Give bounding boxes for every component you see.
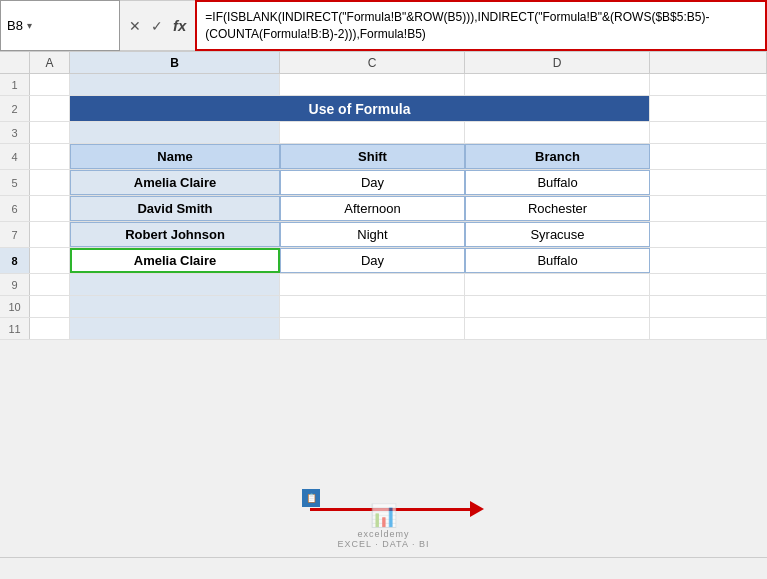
cell-b7-name[interactable]: Robert Johnson — [70, 222, 280, 247]
cell-a2[interactable] — [30, 96, 70, 121]
arrow-head — [470, 501, 484, 517]
row-9: 9 — [0, 274, 767, 296]
confirm-formula-icon[interactable]: ✓ — [148, 16, 166, 36]
cell-d4-header: Branch — [465, 144, 650, 169]
cell-a8[interactable] — [30, 248, 70, 273]
cell-d9[interactable] — [465, 274, 650, 295]
cell-c11[interactable] — [280, 318, 465, 339]
cell-d7-branch[interactable]: Syracuse — [465, 222, 650, 247]
cell-b4-header: Name — [70, 144, 280, 169]
cell-b9[interactable] — [70, 274, 280, 295]
row-10: 10 — [0, 296, 767, 318]
cell-c8-shift[interactable]: Day — [280, 248, 465, 273]
row-6: 6 David Smith Afternoon Rochester — [0, 196, 767, 222]
row-num-5: 5 — [0, 170, 30, 195]
cell-title: Use of Formula — [70, 96, 650, 121]
cell-d10[interactable] — [465, 296, 650, 317]
spreadsheet: A B C D 1 2 Use of Formula 3 4 Name Shif… — [0, 52, 767, 340]
row-num-9: 9 — [0, 274, 30, 295]
cell-a9[interactable] — [30, 274, 70, 295]
row-num-10: 10 — [0, 296, 30, 317]
row-4: 4 Name Shift Branch — [0, 144, 767, 170]
row-num-11: 11 — [0, 318, 30, 339]
cell-d5-branch[interactable]: Buffalo — [465, 170, 650, 195]
col-header-b[interactable]: B — [70, 52, 280, 73]
cell-d8-branch[interactable]: Buffalo — [465, 248, 650, 273]
cell-b1[interactable] — [70, 74, 280, 95]
cell-b10[interactable] — [70, 296, 280, 317]
row-8: 8 Amelia Claire Day Buffalo — [0, 248, 767, 274]
cell-c6-shift[interactable]: Afternoon — [280, 196, 465, 221]
cell-c9[interactable] — [280, 274, 465, 295]
row-num-6: 6 — [0, 196, 30, 221]
cell-b5-name[interactable]: Amelia Claire — [70, 170, 280, 195]
watermark-icon: 📊 — [370, 503, 397, 529]
cell-rest-5 — [650, 170, 767, 195]
row-5: 5 Amelia Claire Day Buffalo — [0, 170, 767, 196]
watermark-line2: EXCEL · DATA · BI — [338, 539, 430, 549]
cell-d6-branch[interactable]: Rochester — [465, 196, 650, 221]
watermark: 📊 exceldemy EXCEL · DATA · BI — [338, 503, 430, 549]
row-num-3: 3 — [0, 122, 30, 143]
cell-d1[interactable] — [465, 74, 650, 95]
col-header-d[interactable]: D — [465, 52, 650, 73]
name-box[interactable]: B8 ▾ — [0, 0, 120, 51]
status-bar — [0, 557, 767, 579]
row-num-1: 1 — [0, 74, 30, 95]
row-2: 2 Use of Formula — [0, 96, 767, 122]
row-num-2: 2 — [0, 96, 30, 121]
cell-a11[interactable] — [30, 318, 70, 339]
row-num-8: 8 — [0, 248, 30, 273]
cell-d11[interactable] — [465, 318, 650, 339]
col-header-a[interactable]: A — [30, 52, 70, 73]
cell-b6-name[interactable]: David Smith — [70, 196, 280, 221]
cell-a1[interactable] — [30, 74, 70, 95]
cell-c5-shift[interactable]: Day — [280, 170, 465, 195]
col-header-rest — [650, 52, 767, 73]
cell-rest-4 — [650, 144, 767, 169]
cell-rest-9 — [650, 274, 767, 295]
cell-rest-8 — [650, 248, 767, 273]
cell-a10[interactable] — [30, 296, 70, 317]
cancel-formula-icon[interactable]: ✕ — [126, 16, 144, 36]
row-11: 11 — [0, 318, 767, 340]
watermark-line1: exceldemy — [357, 529, 409, 539]
column-headers: A B C D — [0, 52, 767, 74]
formula-input[interactable]: =IF(ISBLANK(INDIRECT("Formula!B"&ROW(B5)… — [195, 0, 767, 51]
cell-rest-6 — [650, 196, 767, 221]
cell-c7-shift[interactable]: Night — [280, 222, 465, 247]
insert-function-icon[interactable]: fx — [170, 15, 189, 36]
cell-rest-3 — [650, 122, 767, 143]
cell-a7[interactable] — [30, 222, 70, 247]
cell-c3[interactable] — [280, 122, 465, 143]
cell-a4[interactable] — [30, 144, 70, 169]
row-num-7: 7 — [0, 222, 30, 247]
name-box-dropdown-icon[interactable]: ▾ — [27, 20, 32, 31]
row-num-header-corner — [0, 52, 30, 73]
cell-d3[interactable] — [465, 122, 650, 143]
cell-a5[interactable] — [30, 170, 70, 195]
row-3: 3 — [0, 122, 767, 144]
cell-a6[interactable] — [30, 196, 70, 221]
col-header-c[interactable]: C — [280, 52, 465, 73]
cell-b3[interactable] — [70, 122, 280, 143]
row-1: 1 — [0, 74, 767, 96]
cell-rest-7 — [650, 222, 767, 247]
formula-bar: B8 ▾ ✕ ✓ fx =IF(ISBLANK(INDIRECT("Formul… — [0, 0, 767, 52]
cell-rest-11 — [650, 318, 767, 339]
row-num-4: 4 — [0, 144, 30, 169]
cell-a3[interactable] — [30, 122, 70, 143]
cell-rest-10 — [650, 296, 767, 317]
cell-c1[interactable] — [280, 74, 465, 95]
cell-b8-name[interactable]: Amelia Claire — [70, 248, 280, 273]
cell-rest-1 — [650, 74, 767, 95]
formula-icons-group: ✕ ✓ fx — [120, 0, 195, 51]
cell-b11[interactable] — [70, 318, 280, 339]
cell-reference: B8 — [7, 18, 23, 33]
cell-c4-header: Shift — [280, 144, 465, 169]
cell-c10[interactable] — [280, 296, 465, 317]
cell-rest-2 — [650, 96, 767, 121]
row-7: 7 Robert Johnson Night Syracuse — [0, 222, 767, 248]
